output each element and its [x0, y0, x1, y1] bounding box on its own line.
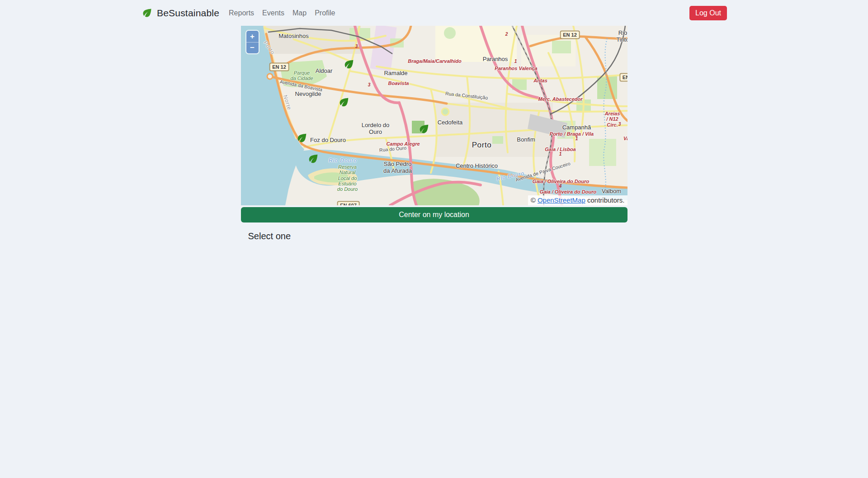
map-attribution: © OpenStreetMap contributors.	[528, 195, 627, 205]
nav-link-profile[interactable]: Profile	[311, 5, 339, 21]
navbar: BeSustainable ReportsEventsMapProfile Lo…	[0, 0, 868, 26]
leaf-marker-icon[interactable]	[343, 58, 355, 71]
leaf-marker-icon[interactable]	[338, 96, 350, 109]
leaf-marker-icon[interactable]	[307, 152, 320, 165]
nav-link-reports[interactable]: Reports	[225, 5, 258, 21]
map-tiles	[241, 26, 627, 205]
navbar-container: BeSustainable ReportsEventsMapProfile Lo…	[141, 5, 727, 21]
brand-name: BeSustainable	[157, 8, 219, 19]
leaf-marker-icon[interactable]	[296, 132, 308, 144]
select-one-label: Select one	[248, 231, 627, 241]
openstreetmap-link[interactable]: OpenStreetMap	[538, 196, 585, 204]
zoom-in-button[interactable]: +	[246, 31, 259, 42]
logout-button[interactable]: Log Out	[689, 6, 727, 20]
zoom-out-button[interactable]: −	[246, 42, 259, 53]
center-on-my-location-button[interactable]: Center on my location	[241, 207, 627, 222]
nav-link-events[interactable]: Events	[258, 5, 288, 21]
map-viewport[interactable]: MatosinhosAldoarRamaldeNevogildeParanhos…	[241, 26, 627, 205]
leaf-marker-icon[interactable]	[418, 123, 430, 135]
map-zoom-control: + −	[245, 30, 259, 54]
leaf-logo-icon	[141, 7, 153, 19]
brand-link[interactable]: BeSustainable	[141, 7, 219, 19]
attribution-suffix: contributors.	[585, 196, 625, 204]
nav-link-map[interactable]: Map	[288, 5, 311, 21]
nav-links: ReportsEventsMapProfile	[225, 5, 339, 21]
attribution-copyright: ©	[531, 196, 538, 204]
main-content: MatosinhosAldoarRamaldeNevogildeParanhos…	[241, 26, 627, 241]
